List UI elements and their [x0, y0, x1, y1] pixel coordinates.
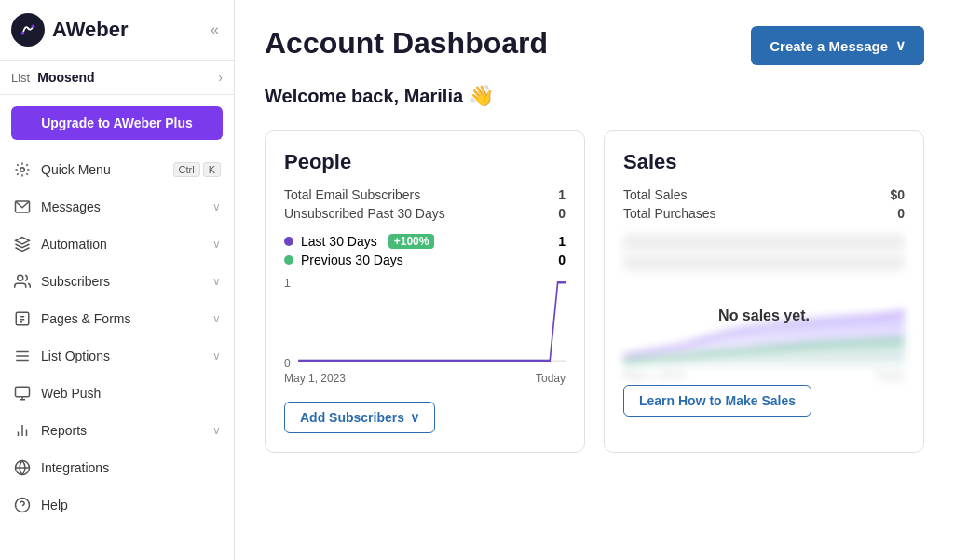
add-subscribers-button[interactable]: Add Subscribers ∨: [284, 402, 435, 433]
sales-card-footer: Learn How to Make Sales: [623, 385, 905, 417]
messages-icon: [13, 198, 32, 216]
sales-chart: No sales yet. May 1, 2023Today: [623, 279, 905, 372]
last-30-days-badge: +100%: [388, 234, 435, 249]
pages-forms-chevron-icon: ∨: [212, 312, 221, 325]
last-30-days-value: 1: [558, 234, 566, 249]
add-subscribers-label: Add Subscribers: [300, 410, 404, 425]
automation-label: Automation: [41, 237, 203, 252]
total-email-subscribers-label: Total Email Subscribers: [284, 187, 420, 202]
total-sales-row: Total Sales $0: [623, 187, 905, 202]
unsubscribed-value: 0: [558, 206, 566, 221]
people-chart: 1 0 May 1, 2023 Today: [284, 277, 566, 389]
chart-y-max: 1: [284, 277, 291, 290]
reports-label: Reports: [41, 423, 203, 438]
total-sales-label: Total Sales: [623, 187, 687, 202]
chart-x-start: May 1, 2023: [284, 372, 346, 385]
pages-forms-icon: [13, 309, 32, 328]
sidebar-item-quick-menu[interactable]: Quick Menu CtrlK: [0, 151, 234, 188]
people-chart-legend: Last 30 Days +100% 1 Previous 30 Days 0: [284, 234, 566, 267]
quick-menu-label: Quick Menu: [41, 162, 164, 177]
main-content: Account Dashboard Create a Message ∨ Wel…: [235, 0, 954, 560]
previous-30-days-dot: [284, 255, 293, 265]
sidebar-item-integrations[interactable]: Integrations: [0, 449, 234, 486]
sidebar-item-reports[interactable]: Reports ∨: [0, 412, 234, 449]
list-chevron-icon: ›: [218, 70, 223, 85]
sales-card: Sales Total Sales $0 Total Purchases 0: [604, 130, 924, 453]
quick-menu-shortcut: CtrlK: [173, 162, 221, 177]
logo-area: AWeber: [11, 13, 129, 47]
legend-last-30-days: Last 30 Days +100% 1: [284, 234, 566, 249]
sales-legend-row-1: [623, 234, 905, 251]
unsubscribed-label: Unsubscribed Past 30 Days: [284, 206, 445, 221]
sidebar-item-web-push[interactable]: Web Push: [0, 375, 234, 412]
messages-chevron-icon: ∨: [212, 200, 221, 213]
sidebar-item-list-options[interactable]: List Options ∨: [0, 337, 234, 375]
legend-previous-30-days: Previous 30 Days 0: [284, 253, 566, 267]
upgrade-button[interactable]: Upgrade to AWeber Plus: [11, 106, 223, 140]
sales-chart-legend: [623, 234, 905, 271]
svg-point-5: [18, 275, 23, 280]
add-subscribers-chevron-icon: ∨: [410, 410, 419, 425]
svg-point-1: [21, 32, 25, 35]
unsubscribed-row: Unsubscribed Past 30 Days 0: [284, 206, 566, 221]
automation-chevron-icon: ∨: [212, 238, 221, 251]
learn-how-to-make-sales-button[interactable]: Learn How to Make Sales: [623, 385, 811, 417]
quick-menu-icon: [13, 160, 32, 179]
collapse-sidebar-button[interactable]: «: [207, 18, 223, 42]
people-card-title: People: [284, 150, 566, 174]
svg-point-0: [20, 21, 36, 38]
last-30-days-label: Last 30 Days: [301, 234, 377, 249]
people-card-footer: Add Subscribers ∨: [284, 402, 566, 433]
web-push-icon: [13, 384, 32, 403]
total-sales-value: $0: [890, 187, 905, 202]
total-purchases-value: 0: [897, 206, 905, 221]
integrations-label: Integrations: [41, 460, 221, 475]
chart-x-end: Today: [536, 372, 566, 385]
sidebar-item-subscribers[interactable]: Subscribers ∨: [0, 263, 234, 300]
list-options-label: List Options: [41, 348, 203, 363]
subscribers-label: Subscribers: [41, 274, 203, 289]
integrations-icon: [13, 458, 32, 477]
total-email-subscribers-row: Total Email Subscribers 1: [284, 187, 566, 202]
no-sales-text: No sales yet.: [718, 307, 810, 324]
total-purchases-row: Total Purchases 0: [623, 206, 905, 221]
chart-x-labels: May 1, 2023 Today: [284, 372, 566, 385]
help-label: Help: [41, 498, 221, 512]
previous-30-days-value: 0: [558, 253, 566, 267]
reports-chevron-icon: ∨: [212, 424, 221, 437]
reports-icon: [13, 421, 32, 440]
create-message-button[interactable]: Create a Message ∨: [751, 26, 924, 65]
sales-legend-row-2: [623, 254, 905, 271]
people-card: People Total Email Subscribers 1 Unsubsc…: [265, 130, 585, 453]
sidebar-header: AWeber «: [0, 0, 234, 61]
list-options-icon: [13, 347, 32, 365]
automation-icon: [13, 235, 32, 253]
chart-y-min: 0: [284, 357, 291, 370]
wave-emoji: 👋: [469, 84, 494, 107]
svg-point-3: [20, 168, 25, 172]
help-icon: [13, 496, 32, 514]
main-nav: Quick Menu CtrlK Messages ∨ Automation ∨: [0, 151, 234, 524]
total-email-subscribers-value: 1: [558, 187, 566, 202]
cards-row: People Total Email Subscribers 1 Unsubsc…: [265, 130, 924, 453]
create-message-chevron-icon: ∨: [895, 37, 906, 54]
svg-point-2: [32, 25, 35, 29]
sales-card-title: Sales: [623, 150, 905, 174]
sidebar-item-pages-forms[interactable]: Pages & Forms ∨: [0, 300, 234, 337]
sidebar: AWeber « List Moosend › Upgrade to AWebe…: [0, 0, 235, 560]
sidebar-item-messages[interactable]: Messages ∨: [0, 188, 234, 225]
main-header: Account Dashboard Create a Message ∨: [265, 26, 924, 65]
web-push-label: Web Push: [41, 386, 221, 401]
logo-text: AWeber: [52, 18, 129, 42]
create-message-label: Create a Message: [770, 38, 888, 54]
total-purchases-label: Total Purchases: [623, 206, 716, 221]
aweber-logo-icon: [11, 13, 45, 47]
sidebar-item-help[interactable]: Help: [0, 486, 234, 524]
list-options-chevron-icon: ∨: [212, 349, 221, 362]
subscribers-chevron-icon: ∨: [212, 275, 221, 288]
list-selector[interactable]: List Moosend ›: [0, 61, 234, 95]
sidebar-item-automation[interactable]: Automation ∨: [0, 225, 234, 263]
sales-chart-x-labels: May 1, 2023Today: [623, 369, 905, 382]
last-30-days-dot: [284, 237, 293, 246]
list-name: Moosend: [37, 70, 211, 85]
